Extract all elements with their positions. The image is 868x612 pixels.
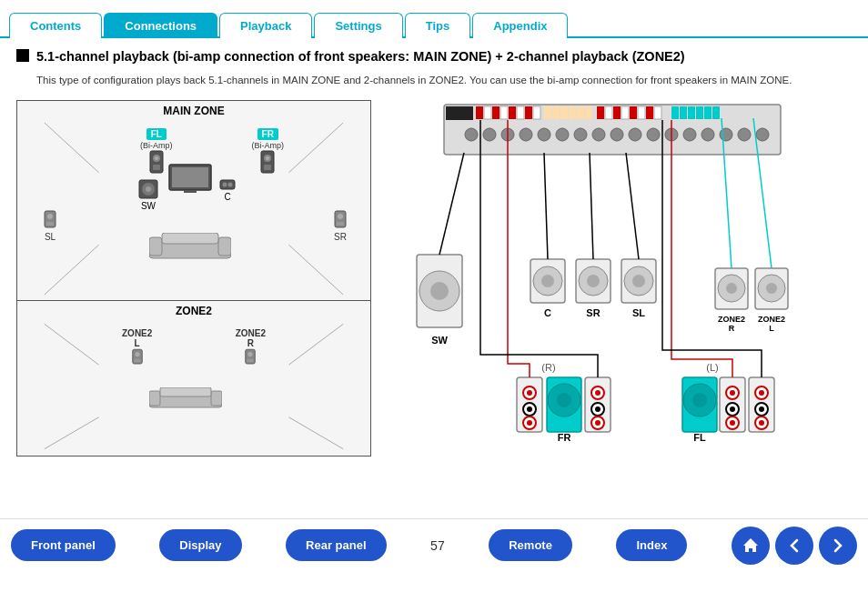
svg-rect-49	[492, 106, 500, 119]
fl-badge: FL	[146, 128, 167, 140]
svg-text:C: C	[544, 307, 551, 318]
display-button[interactable]: Display	[159, 529, 241, 561]
navigation-tabs: Contents Connections Playback Settings T…	[0, 0, 868, 38]
svg-rect-52	[517, 106, 524, 119]
tab-connections[interactable]: Connections	[104, 13, 217, 38]
description-text: This type of configuration plays back 5.…	[36, 73, 852, 88]
zone2r-icon	[244, 348, 257, 366]
svg-rect-13	[172, 167, 208, 187]
couch-zone2	[149, 387, 222, 413]
rear-panel-button[interactable]: Rear panel	[286, 529, 386, 561]
svg-line-0	[45, 123, 99, 173]
svg-rect-58	[569, 106, 576, 119]
tab-playback[interactable]: Playback	[219, 13, 312, 38]
sl-icon	[43, 210, 57, 230]
tab-appendix[interactable]: Appendix	[472, 13, 568, 38]
tab-contents[interactable]: Contents	[9, 13, 102, 38]
sl-speaker-main: SL	[43, 210, 57, 242]
back-button[interactable]	[775, 527, 813, 565]
fr-speaker-icon	[258, 150, 277, 176]
svg-point-140	[595, 406, 601, 412]
svg-rect-66	[638, 106, 645, 119]
svg-point-99	[541, 275, 554, 287]
nav-icons-group	[732, 527, 857, 565]
zone2r-label: ZONE2R	[236, 328, 266, 348]
svg-point-157	[759, 390, 764, 396]
svg-text:SR: SR	[586, 307, 600, 318]
svg-rect-26	[337, 222, 344, 226]
svg-rect-30	[162, 233, 218, 244]
index-button[interactable]: Index	[616, 529, 687, 561]
svg-rect-7	[153, 165, 160, 170]
svg-rect-60	[585, 106, 592, 119]
svg-point-107	[632, 275, 645, 287]
svg-rect-67	[646, 106, 653, 119]
svg-point-22	[47, 214, 53, 219]
svg-rect-70	[680, 106, 687, 119]
svg-text:FL: FL	[693, 432, 706, 443]
svg-text:(L): (L)	[706, 362, 718, 373]
svg-point-131	[527, 420, 532, 426]
heading-square	[16, 49, 29, 62]
svg-point-79	[538, 128, 550, 141]
svg-rect-59	[577, 106, 584, 119]
svg-text:SW: SW	[431, 335, 448, 346]
svg-text:ZONE2: ZONE2	[758, 315, 785, 324]
connection-svg: SW C SR SL	[389, 100, 826, 500]
fr-speaker: FR (Bi-Amp)	[252, 128, 285, 177]
zone2r-speaker: ZONE2R	[236, 328, 266, 368]
svg-point-25	[338, 214, 343, 219]
svg-text:FR: FR	[558, 432, 571, 443]
couch-main	[149, 233, 231, 264]
svg-point-91	[756, 128, 769, 141]
svg-line-120	[590, 153, 593, 259]
svg-point-116	[766, 283, 777, 294]
svg-point-83	[611, 128, 623, 141]
svg-text:L: L	[769, 324, 774, 333]
sw-icon	[138, 179, 158, 199]
page-heading: 5.1-channel playback (bi-amp connection …	[16, 47, 852, 65]
home-icon	[742, 537, 760, 555]
svg-rect-63	[613, 106, 621, 119]
svg-point-150	[730, 390, 735, 396]
svg-point-85	[647, 128, 660, 141]
svg-rect-29	[218, 237, 231, 256]
home-button[interactable]	[732, 527, 770, 565]
svg-rect-36	[247, 358, 254, 362]
svg-point-32	[135, 351, 139, 356]
svg-rect-14	[184, 190, 197, 193]
c-speaker-icon	[219, 179, 236, 190]
forward-arrow-icon	[829, 537, 847, 555]
svg-line-37	[45, 324, 99, 365]
svg-line-96	[439, 153, 464, 255]
forward-button[interactable]	[819, 527, 857, 565]
svg-rect-23	[46, 222, 54, 226]
svg-line-1	[288, 123, 343, 173]
zone2l-speaker: ZONE2L	[122, 328, 152, 368]
svg-rect-61	[597, 106, 604, 119]
svg-rect-46	[446, 106, 473, 120]
svg-rect-42	[149, 391, 160, 406]
svg-line-39	[45, 416, 99, 448]
bottom-navigation: Front panel Display Rear panel 57 Remote…	[0, 518, 868, 572]
svg-line-3	[288, 245, 343, 295]
remote-button[interactable]: Remote	[489, 529, 572, 561]
svg-rect-47	[476, 106, 483, 119]
svg-point-80	[556, 128, 569, 141]
svg-point-84	[629, 128, 641, 141]
svg-point-94	[430, 282, 449, 300]
svg-rect-57	[560, 106, 568, 119]
svg-point-146	[692, 393, 707, 407]
svg-point-154	[730, 420, 735, 426]
svg-rect-69	[671, 106, 679, 119]
svg-rect-68	[654, 106, 661, 119]
tab-settings[interactable]: Settings	[314, 13, 402, 38]
sw-text: SW	[138, 201, 158, 211]
tab-tips[interactable]: Tips	[405, 13, 471, 38]
svg-rect-11	[264, 165, 271, 170]
couch-icon	[149, 233, 231, 260]
svg-rect-54	[533, 106, 540, 119]
front-panel-button[interactable]: Front panel	[11, 529, 116, 561]
svg-text:SL: SL	[632, 307, 645, 318]
c-label-main: C	[219, 179, 236, 202]
